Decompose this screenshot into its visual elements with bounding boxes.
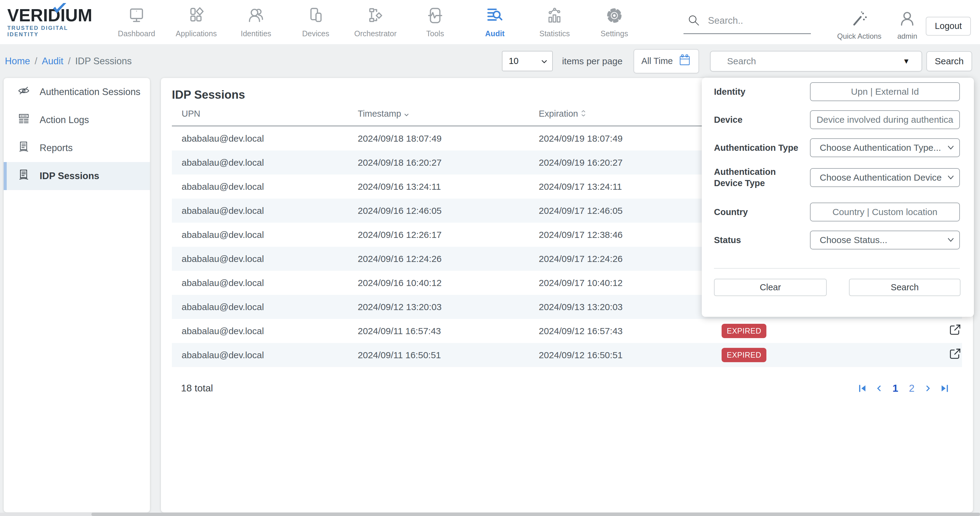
nav-item-orchestrator[interactable]: Orchestrator <box>345 6 405 38</box>
sidebar-item-label: Reports <box>40 143 73 154</box>
nav-item-audit[interactable]: Audit <box>465 6 525 38</box>
statistics-icon <box>545 21 564 26</box>
upn-cell: ababalau@dev.local <box>172 175 358 198</box>
table-row: ababalau@dev.local 2024/09/11 16:50:51 2… <box>172 343 962 367</box>
page-number[interactable]: 2 <box>908 383 916 394</box>
panel-actions: Clear Search <box>714 279 961 296</box>
breadcrumb-audit-link[interactable]: Audit <box>42 56 64 67</box>
next-page-icon[interactable] <box>924 384 932 393</box>
sidebar-item-idp-sessions[interactable]: IDP Sessions <box>4 162 150 190</box>
filter-row-country: Country <box>714 203 960 221</box>
table-search-button[interactable]: Search <box>926 51 972 71</box>
horizontal-scrollbar-thumb[interactable] <box>91 513 980 516</box>
panel-search-button[interactable]: Search <box>849 279 961 296</box>
main-nav: Dashboard Applications Identities Device… <box>107 6 644 38</box>
sort-both-icon[interactable] <box>581 109 586 119</box>
items-per-page-label: items per page <box>562 56 622 67</box>
status-cell: EXPIRED <box>722 319 932 343</box>
advanced-search-panel: Identity Device Authentication Type Choo… <box>702 78 974 317</box>
identity-input[interactable] <box>810 82 960 101</box>
audit-sidebar: Authentication Sessions Action Logs Repo… <box>4 78 150 512</box>
global-search[interactable] <box>684 6 811 34</box>
status-cell: EXPIRED <box>722 343 932 367</box>
upn-cell: ababalau@dev.local <box>172 295 358 319</box>
upn-cell: ababalau@dev.local <box>172 319 358 343</box>
clear-button[interactable]: Clear <box>714 279 827 296</box>
nav-item-applications[interactable]: Applications <box>166 6 226 38</box>
filter-label: Authentication Type <box>714 142 810 154</box>
report-document-icon <box>17 140 30 156</box>
device-input[interactable] <box>810 110 960 129</box>
gear-icon <box>605 21 624 26</box>
status-select[interactable]: Choose Status... <box>810 230 960 249</box>
page-number[interactable]: 1 <box>891 382 900 394</box>
expiration-cell: 2024/09/17 12:38:46 <box>539 223 722 247</box>
logout-button[interactable]: Logout <box>926 17 971 36</box>
table-search-combobox[interactable]: ▼ <box>710 51 922 71</box>
column-header-upn: UPN <box>172 104 358 126</box>
page-size-value: 10 <box>509 56 518 66</box>
list-controls: 10 items per page All Time ▼ Search <box>502 49 972 73</box>
page-numbers: 12 <box>891 382 916 394</box>
upn-cell: ababalau@dev.local <box>172 343 358 367</box>
tools-icon <box>426 21 445 26</box>
nav-item-settings[interactable]: Settings <box>584 6 644 38</box>
breadcrumb-separator: / <box>68 56 71 67</box>
timestamp-cell: 2024/09/16 10:40:12 <box>358 271 539 295</box>
sort-desc-icon[interactable] <box>404 109 409 119</box>
expiration-cell: 2024/09/17 13:24:11 <box>539 175 722 198</box>
nav-item-dashboard[interactable]: Dashboard <box>107 6 166 38</box>
global-search-input[interactable] <box>707 15 794 27</box>
timestamp-cell: 2024/09/16 12:24:26 <box>358 247 539 271</box>
filter-row-authentication-type: Authentication Type Choose Authenticatio… <box>714 138 960 157</box>
table-search-input[interactable] <box>727 56 892 67</box>
open-session-icon[interactable] <box>948 323 962 337</box>
timestamp-cell: 2024/09/16 13:24:11 <box>358 175 539 198</box>
calendar-icon <box>678 53 691 69</box>
column-header-timestamp[interactable]: Timestamp <box>358 104 539 126</box>
previous-page-icon[interactable] <box>875 384 883 393</box>
expiration-cell: 2024/09/19 18:07:49 <box>539 126 722 151</box>
upn-cell: ababalau@dev.local <box>172 126 358 151</box>
veridium-logo: VERIDIUM TRUSTED DIGITAL IDENTITY <box>7 7 99 38</box>
user-menu[interactable]: admin <box>897 10 917 41</box>
nav-item-tools[interactable]: Tools <box>405 6 465 38</box>
nav-item-devices[interactable]: Devices <box>286 6 345 38</box>
filter-label: Status <box>714 235 810 246</box>
report-document-icon <box>17 168 30 184</box>
upn-cell: ababalau@dev.local <box>172 247 358 271</box>
applications-icon <box>187 21 206 26</box>
status-badge: EXPIRED <box>722 348 767 362</box>
sidebar-item-authentication-sessions[interactable]: Authentication Sessions <box>4 78 150 106</box>
authentication-type-select[interactable]: Choose Authentication Type... <box>810 138 960 157</box>
breadcrumb-home-link[interactable]: Home <box>5 56 30 67</box>
monitor-icon <box>127 21 146 26</box>
breadcrumb: Home / Audit / IDP Sessions <box>5 56 132 67</box>
first-page-icon[interactable] <box>858 384 867 393</box>
quick-actions-label: Quick Actions <box>837 32 881 41</box>
quick-actions[interactable]: Quick Actions <box>837 10 881 41</box>
top-header: VERIDIUM TRUSTED DIGITAL IDENTITY Dashbo… <box>0 0 980 44</box>
status-badge: EXPIRED <box>722 324 767 338</box>
time-filter-button[interactable]: All Time <box>633 49 699 73</box>
magic-wand-icon <box>837 10 881 28</box>
sidebar-item-reports[interactable]: Reports <box>4 134 150 162</box>
filter-row-device: Device <box>714 110 960 129</box>
expiration-cell: 2024/09/17 12:46:05 <box>539 198 722 223</box>
sidebar-item-action-logs[interactable]: Action Logs <box>4 106 150 134</box>
expiration-cell: 2024/09/12 16:57:43 <box>539 319 722 343</box>
country-input[interactable] <box>810 203 960 221</box>
last-page-icon[interactable] <box>940 384 949 393</box>
open-session-icon[interactable] <box>948 347 962 361</box>
expiration-cell: 2024/09/17 12:24:26 <box>539 247 722 271</box>
chevron-down-icon <box>947 145 955 150</box>
nav-item-identities[interactable]: Identities <box>226 6 286 38</box>
page-size-select[interactable]: 10 <box>502 51 553 71</box>
nav-item-statistics[interactable]: Statistics <box>525 6 584 38</box>
authentication-device-type-select[interactable]: Choose Authentication Device <box>810 168 960 187</box>
column-header-expiration[interactable]: Expiration <box>539 104 722 126</box>
timestamp-cell: 2024/09/11 16:57:43 <box>358 319 539 343</box>
dropdown-caret-icon[interactable]: ▼ <box>903 57 910 65</box>
breadcrumb-row: Home / Audit / IDP Sessions 10 items per… <box>0 44 980 78</box>
timestamp-cell: 2024/09/11 16:50:51 <box>358 343 539 367</box>
